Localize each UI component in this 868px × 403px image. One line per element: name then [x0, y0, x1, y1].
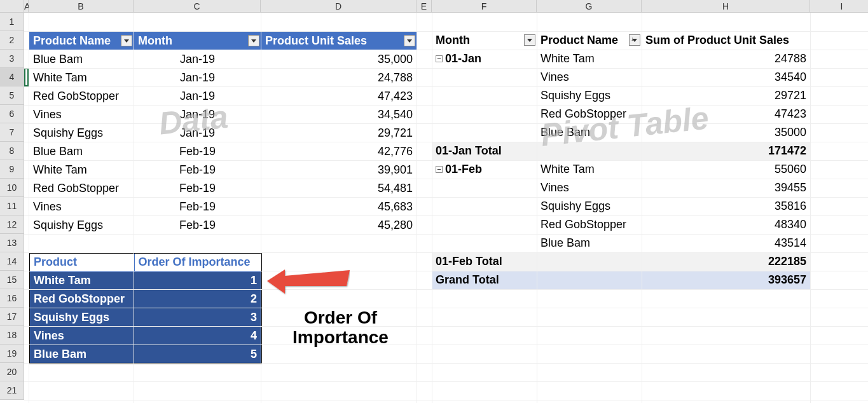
pivot-empty-cell[interactable]	[432, 68, 537, 86]
cell-order[interactable]: 1	[134, 271, 261, 290]
cell-product[interactable]: Squishy Eggs	[29, 308, 134, 327]
pivot-header-product[interactable]: Product Name	[537, 31, 642, 50]
pivot-row[interactable]: Squishy Eggs35816	[432, 197, 810, 215]
pivot-value-cell[interactable]: 29721	[642, 86, 810, 105]
pivot-subtotal-row[interactable]: 01-Feb Total222185	[432, 252, 810, 271]
row-header[interactable]: 5	[0, 86, 24, 105]
select-all-corner[interactable]	[0, 0, 24, 13]
pivot-month-cell[interactable]: −01-Jan	[432, 50, 537, 68]
pivot-header-month[interactable]: Month	[432, 31, 537, 50]
cells-area[interactable]: Product Name Month Product Unit Sales Bl…	[24, 13, 868, 403]
pivot-row[interactable]: Squishy Eggs29721	[432, 86, 810, 105]
column-header[interactable]: G	[537, 0, 642, 13]
pivot-product-cell[interactable]: Blue Bam	[537, 234, 642, 252]
cell-sales[interactable]: 45,683	[261, 198, 417, 216]
cell-sales[interactable]: 29,721	[261, 124, 417, 142]
table-row[interactable]: Squishy EggsJan-1929,721	[29, 124, 417, 142]
pivot-product-cell[interactable]: Vines	[537, 179, 642, 197]
cell-product[interactable]: White Tam	[29, 161, 134, 179]
cell-month[interactable]: Feb-19	[134, 198, 261, 216]
row-header[interactable]: 18	[0, 326, 24, 345]
row-header[interactable]: 11	[0, 197, 24, 215]
filter-dropdown-icon[interactable]	[248, 35, 259, 46]
table-row[interactable]: Blue BamJan-1935,000	[29, 50, 417, 69]
cell-sales[interactable]: 45,280	[261, 216, 417, 235]
table-row[interactable]: Squishy Eggs3	[29, 308, 261, 327]
row-header[interactable]: 16	[0, 289, 24, 308]
pivot-value-cell[interactable]: 43514	[642, 234, 810, 252]
pivot-value-cell[interactable]: 48340	[642, 215, 810, 234]
row-header[interactable]: 14	[0, 252, 24, 271]
row-header[interactable]: 20	[0, 363, 24, 381]
table-row[interactable]: Red GobStopperJan-1947,423	[29, 87, 417, 106]
cell-sales[interactable]: 35,000	[261, 50, 417, 69]
row-header[interactable]: 19	[0, 345, 24, 363]
table-row[interactable]: VinesJan-1934,540	[29, 106, 417, 124]
pivot-empty-cell[interactable]	[432, 179, 537, 197]
pivot-product-cell[interactable]: Squishy Eggs	[537, 86, 642, 105]
pivot-product-cell[interactable]: Red GobStopper	[537, 215, 642, 234]
row-header[interactable]: 12	[0, 215, 24, 234]
column-header[interactable]: D	[261, 0, 417, 13]
pivot-row[interactable]: Red GobStopper47423	[432, 105, 810, 123]
pivot-month-cell[interactable]: −01-Feb	[432, 160, 537, 179]
table-row[interactable]: White TamJan-1924,788	[29, 69, 417, 87]
row-header[interactable]: 1	[0, 13, 24, 31]
row-header[interactable]: 9	[0, 160, 24, 179]
pivot-product-cell[interactable]: Vines	[537, 68, 642, 86]
row-header[interactable]: 8	[0, 142, 24, 160]
pivot-value-cell[interactable]: 47423	[642, 105, 810, 123]
pivot-value-cell[interactable]: 35816	[642, 197, 810, 215]
column-header[interactable]: I	[810, 0, 868, 13]
data-header-month[interactable]: Month	[134, 32, 261, 50]
cell-product[interactable]: White Tam	[29, 271, 134, 290]
cell-month[interactable]: Feb-19	[134, 142, 261, 161]
cell-product[interactable]: White Tam	[29, 69, 134, 87]
row-header[interactable]: 13	[0, 234, 24, 252]
cell-month[interactable]: Jan-19	[134, 124, 261, 142]
cell-product[interactable]: Squishy Eggs	[29, 124, 134, 142]
table-row[interactable]: Squishy EggsFeb-1945,280	[29, 216, 417, 235]
row-header[interactable]: 3	[0, 50, 24, 68]
pivot-row[interactable]: Vines39455	[432, 179, 810, 197]
cell-sales[interactable]: 47,423	[261, 87, 417, 106]
table-row[interactable]: Blue Bam5	[29, 345, 261, 364]
data-header-product[interactable]: Product Name	[29, 32, 134, 50]
row-header[interactable]: 7	[0, 123, 24, 142]
pivot-empty-cell[interactable]	[432, 105, 537, 123]
cell-month[interactable]: Feb-19	[134, 161, 261, 179]
row-header[interactable]: 21	[0, 381, 24, 400]
filter-dropdown-icon[interactable]	[121, 35, 132, 46]
pivot-empty-cell[interactable]	[432, 123, 537, 142]
table-row[interactable]: VinesFeb-1945,683	[29, 198, 417, 216]
cell-product[interactable]: Red GobStopper	[29, 179, 134, 198]
cell-product[interactable]: Vines	[29, 106, 134, 124]
pivot-product-cell[interactable]: Red GobStopper	[537, 105, 642, 123]
row-header[interactable]: 4	[0, 68, 24, 86]
column-header[interactable]: H	[642, 0, 810, 13]
column-header[interactable]: F	[432, 0, 537, 13]
pivot-value-cell[interactable]: 34540	[642, 68, 810, 86]
pivot-empty-cell[interactable]	[432, 215, 537, 234]
cell-product[interactable]: Squishy Eggs	[29, 216, 134, 235]
table-row[interactable]: White TamFeb-1939,901	[29, 161, 417, 179]
pivot-product-cell[interactable]: Squishy Eggs	[537, 197, 642, 215]
cell-month[interactable]: Jan-19	[134, 69, 261, 87]
cell-product[interactable]: Blue Bam	[29, 50, 134, 69]
row-header[interactable]: 17	[0, 308, 24, 326]
column-header[interactable]: B	[29, 0, 134, 13]
pivot-empty-cell[interactable]	[432, 86, 537, 105]
cell-product[interactable]: Red GobStopper	[29, 87, 134, 106]
pivot-value-cell[interactable]: 39455	[642, 179, 810, 197]
cell-order[interactable]: 4	[134, 327, 261, 345]
table-row[interactable]: Red GobStopper2	[29, 290, 261, 308]
pivot-empty-cell[interactable]	[432, 234, 537, 252]
data-header-sales[interactable]: Product Unit Sales	[261, 32, 417, 50]
pivot-value-cell[interactable]: 24788	[642, 50, 810, 68]
cell-product[interactable]: Vines	[29, 327, 134, 345]
pivot-row[interactable]: Blue Bam35000	[432, 123, 810, 142]
cell-sales[interactable]: 34,540	[261, 106, 417, 124]
cell-sales[interactable]: 39,901	[261, 161, 417, 179]
cell-sales[interactable]: 54,481	[261, 179, 417, 198]
pivot-product-cell[interactable]: Blue Bam	[537, 123, 642, 142]
